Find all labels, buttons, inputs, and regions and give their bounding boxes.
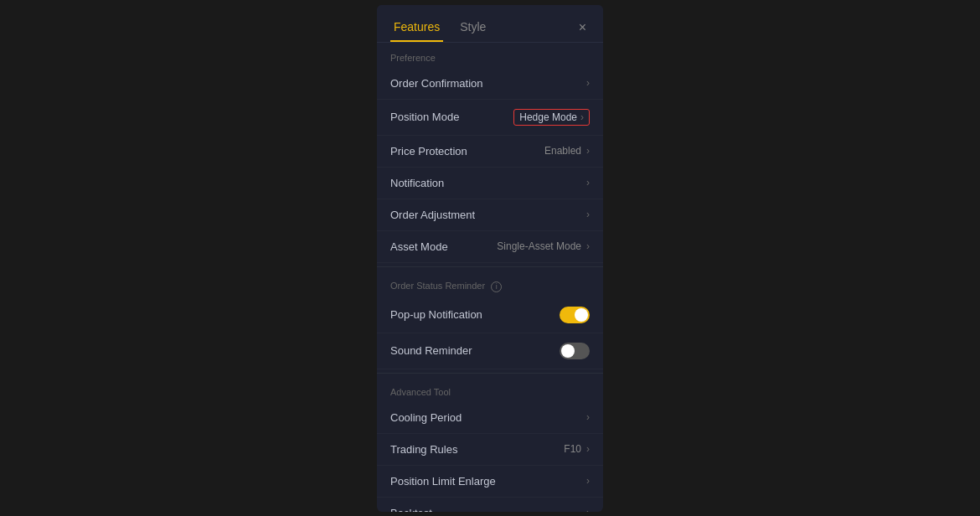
order-adjustment-label: Order Adjustment [390,209,475,221]
asset-mode-label: Asset Mode [390,240,448,253]
price-protection-value: Enabled [544,145,581,157]
sound-toggle-knob [561,344,575,358]
hedge-chevron-icon: › [580,111,584,123]
position-limit-enlarge-right: › [586,475,590,487]
cooling-period-right: › [586,411,590,423]
backtest-item[interactable]: Backtest › [377,498,603,512]
hedge-mode-text: Hedge Mode [519,111,577,123]
divider-1 [377,266,603,267]
backtest-chevron: › [586,507,590,512]
price-protection-item[interactable]: Price Protection Enabled › [377,136,603,168]
tab-features[interactable]: Features [390,13,443,42]
asset-mode-value: Single-Asset Mode [497,240,581,252]
sound-reminder-label: Sound Reminder [390,344,472,357]
trading-rules-label: Trading Rules [390,443,457,456]
trading-rules-right: F10 › [564,443,590,455]
position-mode-label: Position Mode [390,111,459,123]
cooling-period-label: Cooling Period [390,411,462,424]
popup-notification-toggle[interactable] [560,307,590,323]
notification-label: Notification [390,177,444,189]
sound-reminder-toggle[interactable] [560,343,590,359]
advanced-tool-section-label: Advanced Tool [377,377,603,402]
price-protection-chevron: › [586,145,590,157]
position-mode-item[interactable]: Position Mode Hedge Mode › [377,100,603,136]
position-limit-enlarge-label: Position Limit Enlarge [390,475,496,488]
order-adjustment-item[interactable]: Order Adjustment › [377,199,603,231]
sound-reminder-item[interactable]: Sound Reminder [377,333,603,369]
divider-2 [377,373,603,374]
position-mode-right: Hedge Mode › [513,109,590,126]
hedge-mode-badge: Hedge Mode › [513,109,590,126]
features-panel: Features Style × Preference Order Confir… [377,5,603,512]
popup-toggle-track [560,307,590,323]
trading-rules-value: F10 [564,443,581,455]
price-protection-label: Price Protection [390,145,467,157]
notification-right: › [586,177,590,188]
asset-mode-chevron: › [586,240,590,252]
trading-rules-chevron: › [586,443,590,455]
order-adjustment-right: › [586,209,590,220]
position-limit-chevron: › [586,475,590,487]
close-button[interactable]: × [575,17,590,39]
order-status-section-label: Order Status Reminder i [377,271,603,297]
tab-style[interactable]: Style [456,13,489,42]
popup-notification-item[interactable]: Pop-up Notification [377,297,603,333]
info-icon: i [491,281,502,292]
notification-chevron: › [586,177,590,188]
panel-header: Features Style × [377,5,603,43]
cooling-period-chevron: › [586,411,590,423]
popup-notification-label: Pop-up Notification [390,308,482,321]
cooling-period-item[interactable]: Cooling Period › [377,402,603,434]
price-protection-right: Enabled › [544,145,590,157]
sound-toggle-track [560,343,590,359]
popup-toggle-knob [575,308,588,322]
trading-rules-item[interactable]: Trading Rules F10 › [377,434,603,466]
preference-section-label: Preference [377,43,603,68]
order-adjustment-chevron: › [586,209,590,220]
asset-mode-item[interactable]: Asset Mode Single-Asset Mode › [377,231,603,263]
asset-mode-right: Single-Asset Mode › [497,240,590,252]
backtest-label: Backtest [390,507,432,512]
chevron-icon: › [586,77,590,89]
order-confirmation-item[interactable]: Order Confirmation › [377,68,603,100]
notification-item[interactable]: Notification › [377,168,603,199]
panel-body: Preference Order Confirmation › Position… [377,43,603,512]
order-confirmation-label: Order Confirmation [390,77,483,90]
order-confirmation-right: › [586,77,590,89]
backtest-right: › [586,507,590,512]
position-limit-enlarge-item[interactable]: Position Limit Enlarge › [377,466,603,498]
